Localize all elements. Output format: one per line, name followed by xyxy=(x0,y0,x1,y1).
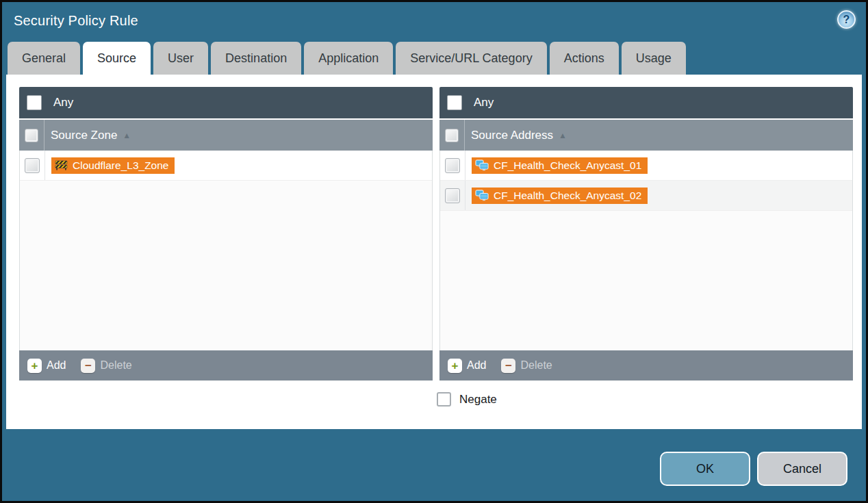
source-zone-add-button[interactable]: + Add xyxy=(27,359,66,373)
add-icon: + xyxy=(27,359,42,373)
sort-asc-icon[interactable]: ▲ xyxy=(123,131,131,140)
tab-application[interactable]: Application xyxy=(304,42,393,75)
tab-user[interactable]: User xyxy=(153,42,208,75)
source-zone-any-checkbox[interactable] xyxy=(27,95,42,110)
source-zone-any-bar: Any xyxy=(19,87,433,118)
source-zone-panel: Any Source Zone ▲ xyxy=(19,87,433,381)
zone-chip[interactable]: Cloudflare_L3_Zone xyxy=(51,157,175,174)
source-address-panel: Any Source Address ▲ xyxy=(439,87,853,381)
tab-service-url-category[interactable]: Service/URL Category xyxy=(396,42,546,75)
dialog-footer: OK Cancel xyxy=(2,433,866,501)
delete-icon: − xyxy=(81,359,95,373)
source-zone-row[interactable]: Cloudflare_L3_Zone xyxy=(20,151,432,181)
tab-bar: General Source User Destination Applicat… xyxy=(2,42,866,75)
source-zone-toolbar: + Add − Delete xyxy=(19,350,433,381)
tab-content-source: Any Source Zone ▲ xyxy=(6,75,862,429)
source-address-any-label: Any xyxy=(474,96,494,109)
source-address-row[interactable]: CF_Health_Check_Anycast_01 xyxy=(440,151,852,181)
source-address-list: CF_Health_Check_Anycast_01 CF_Health xyxy=(439,151,853,350)
source-address-column-title[interactable]: Source Address ▲ xyxy=(471,129,567,142)
dialog-titlebar: Security Policy Rule ? xyxy=(2,2,866,42)
add-icon: + xyxy=(448,359,462,373)
negate-checkbox[interactable] xyxy=(437,392,451,407)
dialog-title: Security Policy Rule xyxy=(14,13,138,28)
address-icon xyxy=(475,159,489,171)
tab-source[interactable]: Source xyxy=(83,42,151,75)
cancel-button[interactable]: Cancel xyxy=(757,452,847,486)
address-icon xyxy=(475,190,489,201)
source-zone-column-title[interactable]: Source Zone ▲ xyxy=(51,129,131,142)
address-chip-label: CF_Health_Check_Anycast_01 xyxy=(494,159,641,172)
tab-destination[interactable]: Destination xyxy=(211,42,301,75)
source-zone-row-checkbox[interactable] xyxy=(25,158,40,173)
source-address-row-checkbox[interactable] xyxy=(445,158,460,173)
address-chip[interactable]: CF_Health_Check_Anycast_01 xyxy=(472,157,648,174)
source-address-any-checkbox[interactable] xyxy=(447,95,462,110)
negate-label: Negate xyxy=(459,393,497,407)
address-chip[interactable]: CF_Health_Check_Anycast_02 xyxy=(472,188,648,204)
delete-icon: − xyxy=(501,359,515,373)
source-zone-delete-button[interactable]: − Delete xyxy=(81,359,131,373)
ok-button[interactable]: OK xyxy=(660,452,750,486)
source-address-row[interactable]: CF_Health_Check_Anycast_02 xyxy=(440,181,852,211)
source-zone-column-header: Source Zone ▲ xyxy=(19,120,433,151)
sort-asc-icon[interactable]: ▲ xyxy=(559,131,567,140)
zone-icon xyxy=(55,160,68,170)
tab-usage[interactable]: Usage xyxy=(622,42,686,75)
source-address-row-checkbox[interactable] xyxy=(445,188,460,203)
help-icon[interactable]: ? xyxy=(837,10,856,29)
source-address-any-bar: Any xyxy=(439,87,853,118)
source-zone-any-label: Any xyxy=(53,96,73,109)
source-address-add-button[interactable]: + Add xyxy=(448,359,486,373)
tab-actions[interactable]: Actions xyxy=(550,42,619,75)
source-address-select-all-checkbox[interactable] xyxy=(445,129,459,142)
zone-chip-label: Cloudflare_L3_Zone xyxy=(73,159,168,172)
address-chip-label: CF_Health_Check_Anycast_02 xyxy=(494,190,641,202)
source-address-toolbar: + Add − Delete xyxy=(439,350,853,381)
source-address-column-header: Source Address ▲ xyxy=(439,120,853,151)
source-zone-list: Cloudflare_L3_Zone xyxy=(19,151,433,350)
source-zone-select-all-checkbox[interactable] xyxy=(25,129,38,142)
source-address-delete-button[interactable]: − Delete xyxy=(501,359,552,373)
tab-general[interactable]: General xyxy=(8,42,80,75)
negate-control: Negate xyxy=(436,392,853,407)
